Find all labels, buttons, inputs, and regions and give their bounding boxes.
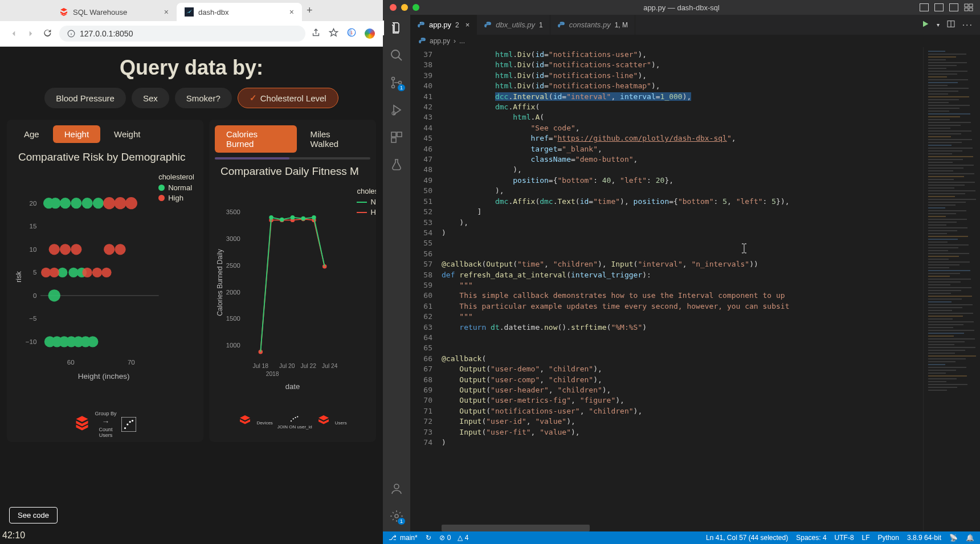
devices-label: Devices (256, 420, 272, 426)
filter-cholesterol[interactable]: ✓ Cholesterol Level (238, 88, 338, 108)
git-branch-status[interactable]: main* (389, 534, 418, 542)
extensions-icon[interactable] (389, 130, 404, 145)
run-file-icon[interactable] (921, 19, 930, 31)
filter-sex[interactable]: Sex (132, 88, 169, 108)
svg-rect-81 (969, 4, 973, 7)
fullscreen-window-icon[interactable] (413, 4, 419, 11)
code-content[interactable]: html.Div(id="notifications-user"), html.… (442, 47, 923, 531)
language-mode[interactable]: Python (878, 534, 899, 542)
svg-point-76 (291, 420, 292, 422)
python-interpreter[interactable]: 3.8.9 64-bit (907, 534, 941, 542)
svg-point-38 (71, 244, 81, 255)
svg-text:2000: 2000 (226, 289, 240, 296)
filter-blood-pressure[interactable]: Blood Pressure (44, 88, 126, 108)
toggle-sidebar-icon[interactable] (920, 3, 929, 11)
status-bar: main* 0 4 Ln 41, Col 57 (44 selected) Sp… (383, 531, 980, 544)
customize-layout-icon[interactable] (964, 3, 973, 11)
browser-tab-sql-warehouse[interactable]: SQL Warehouse × (51, 3, 177, 21)
close-tab-icon[interactable]: × (164, 7, 169, 17)
search-icon[interactable] (389, 48, 404, 63)
users-label-2: Users (335, 420, 347, 426)
toggle-secondary-icon[interactable] (949, 3, 958, 11)
live-share-icon[interactable] (949, 534, 958, 542)
problems-status[interactable]: 0 4 (439, 534, 469, 542)
svg-text:Jul 20: Jul 20 (279, 363, 295, 369)
scatter-chart[interactable]: cholesterol Normal High 20 15 10 5 0 −5 (10, 167, 200, 406)
right-panel: Calories Burned Miles Walked Comparative… (209, 120, 376, 442)
chevron-right-icon: › (454, 37, 456, 45)
svg-point-18 (60, 198, 71, 208)
scatter-svg: 20 15 10 5 0 −5 −10 60 70 (10, 167, 200, 398)
svg-text:3000: 3000 (226, 235, 240, 242)
source-control-icon[interactable]: 1 (389, 75, 404, 90)
settings-icon[interactable]: 1 (389, 509, 404, 523)
browser-window: SQL Warehouse × dash-dbx × + 127.0.0.1:8… (0, 0, 383, 544)
tab-height[interactable]: Height (53, 125, 100, 143)
close-window-icon[interactable] (390, 4, 397, 11)
new-tab-button[interactable]: + (302, 0, 317, 21)
browser-tab-dash-dbx[interactable]: dash-dbx × (177, 3, 302, 21)
tab-age[interactable]: Age (13, 125, 51, 143)
svg-point-73 (291, 215, 295, 219)
svg-point-47 (124, 427, 125, 428)
see-code-button[interactable]: See code (9, 507, 58, 523)
svg-point-75 (312, 215, 316, 219)
split-editor-icon[interactable] (946, 19, 956, 31)
svg-point-48 (126, 423, 128, 425)
testing-icon[interactable] (389, 157, 404, 172)
more-actions-icon[interactable]: ··· (962, 20, 973, 30)
chrome-apps-icon[interactable] (365, 28, 375, 39)
share-icon[interactable] (311, 28, 321, 40)
minimap[interactable] (923, 47, 980, 531)
tab-weight[interactable]: Weight (103, 125, 152, 143)
eol-status[interactable]: LF (862, 534, 870, 542)
line-chart[interactable]: choles N H 3500 3000 2500 2000 1500 1000 (213, 181, 373, 409)
svg-point-42 (50, 268, 59, 277)
editor-tab-dbx-utils[interactable]: dbx_utils.py 1 (477, 15, 550, 35)
filter-label: Cholesterol Level (260, 93, 326, 103)
toggle-panel-icon[interactable] (934, 3, 944, 11)
sync-status-icon[interactable] (426, 534, 431, 542)
close-tab-icon[interactable]: × (289, 7, 294, 17)
tab-label: dash-dbx (198, 8, 228, 17)
account-icon[interactable] (389, 481, 404, 496)
svg-rect-89 (391, 132, 396, 137)
svg-rect-91 (391, 138, 396, 142)
editor-tab-app[interactable]: app.py 2 × (410, 15, 477, 35)
bookmark-icon[interactable] (329, 28, 338, 40)
explorer-icon[interactable] (389, 21, 404, 35)
horizontal-scrollbar[interactable] (442, 525, 590, 531)
run-debug-icon[interactable] (389, 103, 404, 117)
tab-label: SQL Warehouse (73, 8, 127, 17)
python-file-icon (557, 21, 565, 29)
breadcrumb[interactable]: app.py › ... (410, 35, 980, 47)
back-button[interactable] (8, 28, 19, 39)
encoding-status[interactable]: UTF-8 (835, 534, 854, 542)
minimize-window-icon[interactable] (401, 4, 408, 11)
code-editor[interactable]: 37 38 39 40 41 42 43 44 45 46 47 48 49 5… (410, 47, 980, 531)
svg-point-43 (82, 268, 92, 277)
notifications-icon[interactable] (966, 534, 974, 542)
python-file-icon (417, 21, 425, 29)
indentation-status[interactable]: Spaces: 4 (796, 534, 826, 542)
close-tab-icon[interactable]: × (466, 21, 470, 29)
svg-text:Jul 22: Jul 22 (301, 363, 317, 369)
reload-button[interactable] (42, 28, 54, 39)
svg-text:−5: −5 (29, 315, 36, 322)
tab-calories[interactable]: Calories Burned (215, 125, 297, 153)
vscode-titlebar: app.py — dash-dbx-sql (383, 0, 980, 15)
address-bar[interactable]: 127.0.0.1:8050 (59, 26, 305, 42)
forward-button[interactable] (25, 28, 36, 39)
filter-smoker[interactable]: Smoker? (175, 88, 232, 108)
tab-miles[interactable]: Miles Walked (299, 125, 370, 153)
svg-point-79 (297, 416, 298, 418)
svg-point-39 (104, 244, 115, 255)
extension-icon[interactable]: 1 (346, 27, 357, 40)
svg-point-19 (71, 198, 81, 208)
time-display: 42:10 (2, 530, 25, 541)
cursor-position[interactable]: Ln 41, Col 57 (44 selected) (706, 534, 788, 542)
editor-tab-constants[interactable]: constants.py 1, M (550, 15, 635, 35)
run-dropdown-icon[interactable]: ▾ (937, 22, 940, 28)
settings-badge: 1 (398, 518, 405, 525)
svg-text:2018: 2018 (266, 371, 279, 377)
